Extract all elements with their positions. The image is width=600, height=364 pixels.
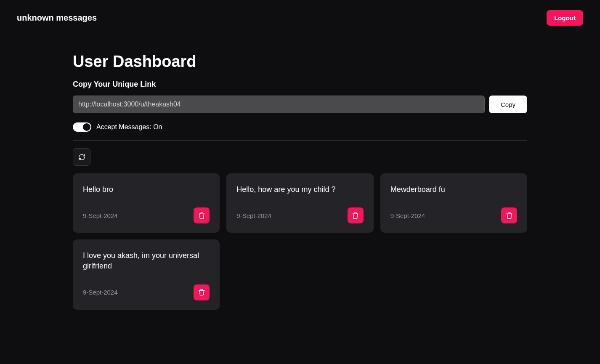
dashboard-container: User Dashboard Copy Your Unique Link Cop… [69,36,531,310]
accept-messages-label: Accept Messages: On [96,123,162,131]
trash-icon [506,212,513,219]
delete-button[interactable] [194,207,210,223]
message-card: Mewderboard fu9-Sept-2024 [380,173,527,233]
accept-messages-toggle[interactable] [73,122,91,132]
logout-button[interactable]: Logout [547,10,583,26]
message-text: I love you akash, im your universal girl… [83,250,210,271]
unique-link-input[interactable] [73,96,485,113]
message-card: I love you akash, im your universal girl… [73,239,220,309]
delete-button[interactable] [501,207,517,223]
message-date: 9-Sept-2024 [83,212,118,219]
message-text: Hello bro [83,184,210,195]
message-footer: 9-Sept-2024 [83,284,210,300]
refresh-button[interactable] [73,148,90,166]
copy-button[interactable]: Copy [489,96,527,113]
toggle-knob [83,123,90,131]
message-date: 9-Sept-2024 [390,212,425,219]
messages-grid: Hello bro9-Sept-2024Hello, how are you m… [73,173,527,310]
section-divider [73,140,527,141]
message-footer: 9-Sept-2024 [390,207,517,223]
link-row: Copy [73,96,527,113]
app-title: unknown messages [17,13,97,23]
message-text: Hello, how are you my child ? [236,184,363,195]
message-card: Hello bro9-Sept-2024 [73,173,220,233]
message-footer: 9-Sept-2024 [236,207,363,223]
message-text: Mewderboard fu [390,184,517,195]
trash-icon [198,289,205,296]
delete-button[interactable] [194,284,210,300]
page-title: User Dashboard [73,53,527,71]
trash-icon [352,212,359,219]
accept-messages-row: Accept Messages: On [73,122,527,132]
trash-icon [198,212,205,219]
app-header: unknown messages Logout [0,0,600,36]
message-date: 9-Sept-2024 [236,212,271,219]
message-date: 9-Sept-2024 [83,289,118,296]
delete-button[interactable] [348,207,364,223]
message-card: Hello, how are you my child ?9-Sept-2024 [226,173,373,233]
link-section-label: Copy Your Unique Link [73,80,527,89]
message-footer: 9-Sept-2024 [83,207,210,223]
refresh-icon [78,154,85,161]
